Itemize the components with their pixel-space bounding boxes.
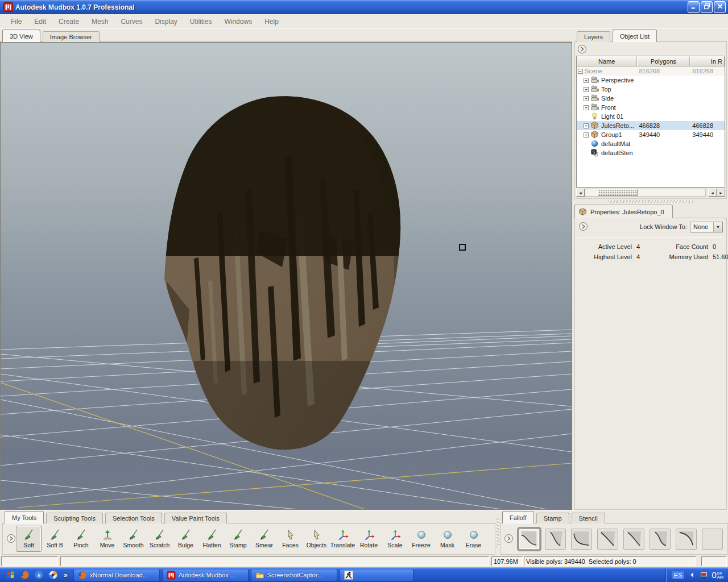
close-button[interactable] — [714, 1, 726, 13]
object-row-side[interactable]: +Side — [577, 94, 725, 103]
task-xnormal-download[interactable]: xNormal Download... — [73, 569, 160, 581]
tools-expand-icon[interactable] — [6, 534, 16, 543]
expand-plus-icon[interactable]: + — [584, 96, 589, 101]
falloff-preset-6[interactable] — [650, 529, 671, 550]
collapse-minus-icon[interactable]: − — [578, 69, 583, 74]
menu-utilities[interactable]: Utilities — [184, 16, 218, 27]
tool-smear[interactable]: Smear — [251, 526, 277, 552]
tool-freeze[interactable]: Freeze — [408, 526, 434, 552]
tab-my-tools[interactable]: My Tools — [5, 511, 44, 523]
tab-object-list[interactable]: Object List — [613, 30, 657, 42]
object-row-front[interactable]: +Front — [577, 103, 725, 112]
falloff-preset-3[interactable] — [571, 529, 592, 550]
tool-pinch[interactable]: Pinch — [68, 526, 94, 552]
quick-launch: e — [0, 570, 63, 580]
tool-label: Faces — [282, 542, 299, 548]
tool-rotate[interactable]: Rotate — [356, 526, 382, 552]
quicklaunch-windows-flag[interactable] — [6, 570, 15, 580]
tool-flatten[interactable]: Flatten — [199, 526, 225, 552]
tab-selection-tools[interactable]: Selection Tools — [105, 513, 162, 523]
scroll-left-icon[interactable]: ◄ — [708, 189, 717, 197]
tab-3d-view[interactable]: 3D View — [2, 30, 40, 42]
menu-curves[interactable]: Curves — [114, 16, 148, 27]
falloff-expand-icon[interactable] — [504, 534, 514, 543]
lock-window-dropdown[interactable]: None ▼ — [690, 222, 723, 232]
object-row-perspective[interactable]: +Perspective — [577, 76, 725, 85]
tray-collapse-icon[interactable] — [688, 571, 696, 579]
tool-faces[interactable]: Faces — [278, 526, 303, 552]
task-zbrush[interactable] — [340, 569, 413, 581]
expand-plus-icon[interactable]: + — [584, 123, 589, 128]
tab-layers[interactable]: Layers — [577, 31, 610, 42]
expand-plus-icon[interactable]: + — [584, 132, 589, 138]
restore-button[interactable] — [701, 1, 713, 13]
menu-file[interactable]: File — [5, 16, 28, 27]
column-header-polygons[interactable]: Polygons — [637, 56, 690, 66]
object-row-defaultsten[interactable]: SdefaultSten — [577, 148, 725, 157]
tool-translate[interactable]: Translate — [330, 526, 355, 552]
quicklaunch-internet-explorer[interactable]: e — [34, 570, 44, 580]
tool-bulge[interactable]: Bulge — [173, 526, 198, 552]
properties-expand-icon[interactable] — [578, 222, 588, 231]
quicklaunch-firefox[interactable] — [20, 570, 30, 580]
tab-image-browser[interactable]: Image Browser — [43, 31, 100, 42]
tool-erase[interactable]: Erase — [461, 526, 486, 552]
object-row-julesreto[interactable]: +JulesReto...466828466828 — [577, 121, 725, 130]
object-list-expand-icon[interactable] — [577, 44, 587, 54]
tab-sculpting-tools[interactable]: Sculpting Tools — [46, 513, 103, 523]
tool-soft[interactable]: Soft — [16, 526, 42, 552]
overflow-chevron[interactable]: » — [64, 571, 68, 579]
tool-stamp[interactable]: Stamp — [225, 526, 251, 552]
tool-soft-b[interactable]: Soft B — [42, 526, 68, 552]
scroll-grip[interactable] — [598, 189, 638, 196]
expand-plus-icon[interactable]: + — [584, 105, 589, 110]
3d-viewport[interactable] — [0, 42, 572, 510]
menu-display[interactable]: Display — [148, 16, 183, 27]
object-row-light-01[interactable]: Light 01 — [577, 112, 725, 121]
chevron-down-icon[interactable]: ▼ — [713, 222, 722, 232]
task-screenshotcaptor[interactable]: ScreenshotCaptor... — [251, 569, 337, 581]
column-header-name[interactable]: Name — [577, 56, 637, 66]
tool-smooth[interactable]: Smooth — [121, 526, 146, 552]
tool-scratch[interactable]: Scratch — [147, 526, 172, 552]
taskbar-clock[interactable]: 0 04 AM — [712, 570, 723, 580]
tab-stencil[interactable]: Stencil — [572, 513, 605, 523]
tool-scale[interactable]: Scale — [382, 526, 408, 552]
falloff-preset-2[interactable] — [545, 529, 566, 550]
expand-plus-icon[interactable]: + — [584, 87, 589, 92]
menu-mesh[interactable]: Mesh — [85, 16, 114, 27]
tool-objects[interactable]: Objects — [304, 526, 329, 552]
object-row-top[interactable]: +Top — [577, 85, 725, 94]
tool-move[interactable]: Move — [94, 526, 120, 552]
menu-help[interactable]: Help — [258, 16, 285, 27]
menu-create[interactable]: Create — [52, 16, 85, 27]
object-row-group1[interactable]: +Group1349440349440 — [577, 130, 725, 139]
falloff-preset-5[interactable] — [623, 529, 644, 550]
tool-mask[interactable]: Mask — [435, 526, 460, 552]
panel-splitter[interactable] — [574, 199, 727, 204]
minimize-button[interactable] — [688, 1, 700, 13]
display-tray-icon[interactable] — [700, 571, 708, 579]
tab-properties[interactable]: Properties: JulesRetopo_0 — [574, 205, 673, 218]
tab-stamp[interactable]: Stamp — [536, 513, 569, 523]
column-header-in-render[interactable]: In R — [690, 56, 725, 66]
scroll-track[interactable] — [585, 189, 706, 197]
task-autodesk-mudbox[interactable]: Autodesk Mudbox ... — [162, 569, 249, 581]
language-indicator[interactable]: ES — [672, 571, 685, 579]
menu-edit[interactable]: Edit — [28, 16, 52, 27]
object-list-hscrollbar[interactable]: ◄ ◄ ► — [576, 188, 725, 197]
expand-plus-icon[interactable]: + — [584, 78, 589, 83]
scroll-right-icon[interactable]: ► — [717, 189, 725, 197]
tray-splitter[interactable] — [495, 510, 500, 555]
falloff-preset-4[interactable] — [597, 529, 618, 550]
falloff-preset-1[interactable] — [519, 529, 540, 550]
object-row-scene[interactable]: −Scene816268816268 — [577, 66, 725, 76]
falloff-preset-7[interactable] — [676, 529, 697, 550]
tab-falloff[interactable]: Falloff — [502, 511, 534, 523]
menu-windows[interactable]: Windows — [218, 16, 258, 27]
tab-value-paint-tools[interactable]: Value Paint Tools — [164, 513, 227, 523]
quicklaunch-media-player[interactable] — [48, 570, 58, 580]
scroll-left-icon[interactable]: ◄ — [576, 189, 585, 197]
object-row-defaultmat[interactable]: defaultMat — [577, 139, 725, 148]
falloff-preset-8[interactable] — [702, 529, 723, 550]
